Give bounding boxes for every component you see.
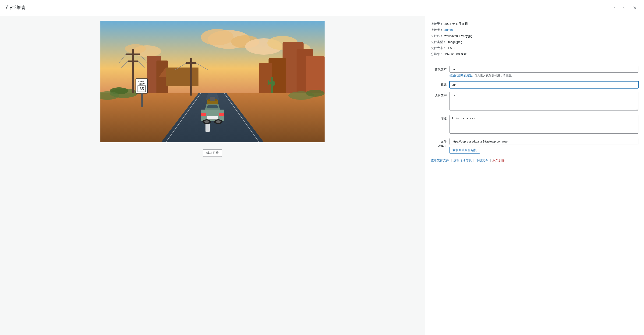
file-metadata: 上传于： 2024 年 6 月 8 日 上传者： admin 文件名： wall… (431, 21, 638, 57)
svg-rect-51 (141, 93, 143, 107)
url-input-row (450, 138, 638, 145)
svg-rect-57 (207, 116, 218, 119)
caption-textarea[interactable] (450, 92, 638, 111)
svg-rect-43 (186, 62, 196, 64)
separator-1: | (451, 159, 452, 162)
close-button[interactable]: ✕ (630, 3, 639, 13)
attachment-detail-modal: 附件详情 ‹ › ✕ (0, 0, 644, 335)
description-wrap (450, 115, 638, 134)
upload-date-row: 上传于： 2024 年 6 月 8 日 (431, 21, 638, 27)
delete-link[interactable]: 永久删除 (492, 159, 504, 162)
url-input[interactable] (450, 138, 638, 145)
svg-text:LIMIT: LIMIT (139, 83, 144, 85)
svg-rect-64 (210, 97, 215, 101)
alt-text-hint-text: 。如此图片仅作装饰用，请留空。 (472, 74, 514, 77)
alt-text-row: 替代文本 描述此图片的用途。如此图片仅作装饰用，请留空。 (431, 66, 638, 78)
svg-rect-37 (128, 61, 138, 62)
page-title: 附件详情 (5, 5, 610, 12)
filename-row: 文件名： wallhaven-l8vp7y.jpg (431, 33, 638, 39)
resolution-row: 分辨率： 1920×1080 像素 (431, 51, 638, 57)
upload-date-value: 2024 年 6 月 8 日 (444, 21, 468, 27)
caption-row: 说明文字 (431, 92, 638, 111)
copy-url-button[interactable]: 复制网址至剪贴板 (450, 147, 480, 154)
scene-svg: SPEED LIMIT 65 (100, 21, 324, 142)
resolution-label: 分辨率： (431, 51, 443, 57)
close-icon: ✕ (633, 5, 637, 11)
svg-rect-36 (126, 54, 140, 55)
url-label: 文件 URL： (431, 138, 450, 148)
uploader-link[interactable]: admin (444, 27, 452, 33)
title-row: 标题 (431, 81, 638, 88)
svg-rect-17 (166, 68, 198, 86)
svg-marker-54 (207, 105, 218, 108)
edit-details-link[interactable]: 编辑详细信息 (454, 159, 472, 162)
alt-text-wrap: 描述此图片的用途。如此图片仅作装饰用，请留空。 (450, 66, 638, 78)
resolution-value: 1920×1080 像素 (444, 51, 466, 57)
edit-image-button[interactable]: 编辑图片 (203, 149, 222, 157)
alt-text-hint-link[interactable]: 描述此图片的用途 (450, 74, 472, 77)
separator-2: | (474, 159, 474, 162)
svg-rect-56 (219, 113, 224, 116)
svg-point-2 (201, 29, 234, 45)
svg-rect-55 (201, 113, 206, 116)
divider (431, 62, 638, 62)
svg-point-30 (306, 90, 324, 97)
attachment-image: SPEED LIMIT 65 (100, 21, 324, 142)
uploader-row: 上传者： admin (431, 27, 638, 33)
svg-text:65: 65 (140, 87, 144, 91)
svg-rect-35 (132, 49, 134, 93)
download-file-link[interactable]: 下载文件 (476, 159, 488, 162)
filetype-label: 文件类型： (431, 39, 446, 45)
title-label: 标题 (431, 81, 450, 87)
prev-button[interactable]: ‹ (610, 3, 619, 13)
title-input[interactable] (450, 81, 638, 88)
separator-3: | (490, 159, 490, 162)
description-textarea[interactable] (450, 115, 638, 134)
caption-label: 说明文字 (431, 92, 450, 97)
filesize-row: 文件大小： 1 MB (431, 45, 638, 51)
url-row: 文件 URL： 复制网址至剪贴板 (431, 138, 638, 154)
description-label: 描述 (431, 115, 450, 121)
nav-buttons: ‹ › ✕ (610, 3, 639, 13)
modal-body: SPEED LIMIT 65 (0, 16, 644, 335)
svg-rect-33 (268, 80, 270, 85)
upload-date-label: 上传于： (431, 21, 443, 27)
svg-point-8 (125, 44, 146, 54)
filesize-label: 文件大小： (431, 45, 446, 51)
action-links: 查看媒体文件 | 编辑详细信息 | 下载文件 | 永久删除 (431, 158, 638, 163)
view-media-link[interactable]: 查看媒体文件 (431, 159, 449, 162)
filesize-value: 1 MB (448, 45, 454, 51)
caption-wrap (450, 92, 638, 111)
filetype-value: image/jpeg (448, 39, 462, 45)
modal-header: 附件详情 ‹ › ✕ (0, 0, 644, 16)
title-wrap (450, 81, 638, 88)
info-panel: 上传于： 2024 年 6 月 8 日 上传者： admin 文件名： wall… (425, 16, 644, 335)
svg-rect-34 (273, 81, 274, 86)
alt-text-hint: 描述此图片的用途。如此图片仅作装饰用，请留空。 (450, 74, 638, 78)
svg-rect-22 (206, 124, 210, 132)
url-wrap: 复制网址至剪贴板 (450, 138, 638, 154)
uploader-label: 上传者： (431, 27, 443, 33)
image-panel: SPEED LIMIT 65 (0, 16, 425, 335)
filename-value: wallhaven-l8vp7y.jpg (444, 33, 472, 39)
description-row: 描述 (431, 115, 638, 134)
next-button[interactable]: › (619, 3, 628, 13)
alt-text-input[interactable] (450, 66, 638, 73)
alt-text-label: 替代文本 (431, 66, 450, 72)
filetype-row: 文件类型： image/jpeg (431, 39, 638, 45)
svg-point-61 (216, 120, 221, 123)
svg-point-60 (204, 120, 209, 123)
svg-text:SPEED: SPEED (138, 80, 146, 83)
chevron-left-icon: ‹ (614, 6, 615, 11)
chevron-right-icon: › (623, 6, 624, 11)
filename-label: 文件名： (431, 33, 443, 39)
image-container: SPEED LIMIT 65 (100, 21, 324, 157)
